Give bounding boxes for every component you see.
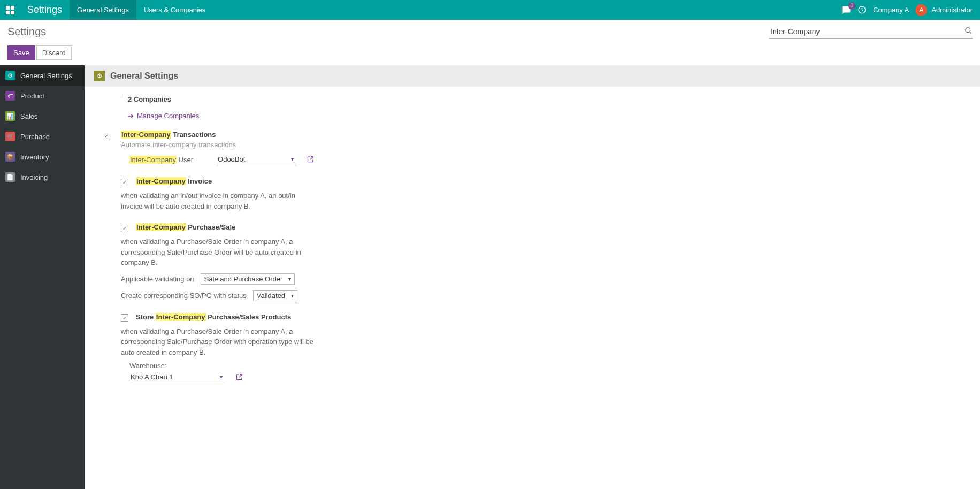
invoice-desc: when validating an in/out invoice in com… bbox=[121, 190, 313, 211]
store-products-title: Store Inter-Company Purchase/Sales Produ… bbox=[136, 313, 291, 321]
sidebar-item-inventory[interactable]: 📦 Inventory bbox=[0, 147, 85, 167]
chevron-down-icon: ▾ bbox=[291, 156, 294, 162]
header-area: Settings bbox=[0, 20, 980, 42]
inter-company-transactions: ✓ Inter-Company Transactions Automate in… bbox=[103, 131, 970, 383]
external-link-icon[interactable] bbox=[235, 373, 243, 383]
content: 2 Companies ➔ Manage Companies ✓ Inter-C… bbox=[85, 87, 980, 404]
messages-icon[interactable]: 1 bbox=[841, 5, 851, 15]
status-label: Create corresponding SO/PO with status bbox=[121, 292, 247, 300]
purchase-sale-desc: when validating a Purchase/Sale Order in… bbox=[121, 236, 313, 268]
sidebar-item-label: Purchase bbox=[20, 133, 50, 141]
sidebar-item-general-settings[interactable]: ⚙ General Settings bbox=[0, 65, 85, 86]
invoicing-icon: 📄 bbox=[5, 172, 15, 182]
app-name[interactable]: Settings bbox=[20, 4, 70, 16]
nav-tab-general-settings[interactable]: General Settings bbox=[70, 0, 136, 20]
sales-icon: 📊 bbox=[5, 111, 15, 121]
arrow-right-icon: ➔ bbox=[128, 112, 134, 120]
applicable-label: Applicable validating on bbox=[121, 275, 194, 283]
topbar-left: Settings General Settings Users & Compan… bbox=[0, 0, 213, 20]
inter-company-user-row: Inter-Company User OdooBot ▾ bbox=[121, 154, 324, 165]
sidebar-item-label: Invoicing bbox=[20, 173, 48, 181]
general-settings-icon: ⚙ bbox=[5, 71, 15, 80]
sidebar-item-label: Inventory bbox=[20, 153, 49, 161]
invoice-checkbox[interactable]: ✓ bbox=[121, 179, 128, 186]
body-wrap: ⚙ General Settings 🏷 Product 📊 Sales 🛒 P… bbox=[0, 65, 980, 489]
manage-companies-link[interactable]: ➔ Manage Companies bbox=[128, 112, 199, 120]
user-field-input[interactable]: OdooBot ▾ bbox=[217, 154, 297, 165]
save-button[interactable]: Save bbox=[7, 45, 35, 60]
companies-count: 2 Companies bbox=[128, 95, 199, 103]
status-select[interactable]: Validated ▾ bbox=[253, 290, 297, 301]
search-icon[interactable] bbox=[964, 27, 973, 36]
section-title: General Settings bbox=[110, 71, 178, 81]
transactions-checkbox[interactable]: ✓ bbox=[103, 133, 110, 140]
search-input[interactable] bbox=[769, 25, 964, 38]
applicable-select[interactable]: Sale and Purchase Order ▾ bbox=[201, 273, 295, 285]
warehouse-label: Warehouse: bbox=[129, 362, 324, 370]
company-switcher[interactable]: Company A bbox=[873, 6, 909, 14]
user-menu[interactable]: A Administrator bbox=[915, 4, 973, 16]
external-link-icon[interactable] bbox=[307, 155, 315, 165]
chevron-down-icon: ▾ bbox=[220, 374, 223, 380]
transactions-desc: Automate inter-company transactions bbox=[121, 141, 324, 149]
page-title: Settings bbox=[7, 26, 46, 38]
product-icon: 🏷 bbox=[5, 91, 15, 101]
sidebar-item-product[interactable]: 🏷 Product bbox=[0, 86, 85, 106]
inter-company-purchase-sale: ✓ Inter-Company Purchase/Sale when valid… bbox=[121, 223, 324, 301]
avatar: A bbox=[915, 4, 927, 16]
sidebar-item-label: Product bbox=[20, 92, 44, 100]
nav-tab-users-companies[interactable]: Users & Companies bbox=[136, 0, 213, 20]
transactions-title: Inter-Company Transactions bbox=[121, 131, 324, 139]
user-name: Administrator bbox=[931, 6, 973, 14]
chevron-down-icon: ▾ bbox=[291, 293, 294, 299]
sidebar-item-invoicing[interactable]: 📄 Invoicing bbox=[0, 167, 85, 187]
section-gear-icon: ⚙ bbox=[94, 71, 105, 81]
store-products-checkbox[interactable]: ✓ bbox=[121, 314, 128, 322]
messages-badge: 1 bbox=[848, 2, 856, 10]
topbar: Settings General Settings Users & Compan… bbox=[0, 0, 980, 20]
purchase-sale-checkbox[interactable]: ✓ bbox=[121, 225, 128, 232]
discard-button[interactable]: Discard bbox=[36, 45, 72, 60]
invoice-title: Inter-Company Invoice bbox=[136, 177, 212, 185]
action-bar: Save Discard bbox=[0, 42, 980, 65]
settings-sidebar: ⚙ General Settings 🏷 Product 📊 Sales 🛒 P… bbox=[0, 65, 85, 489]
chevron-down-icon: ▾ bbox=[288, 276, 291, 282]
warehouse-input[interactable]: Kho A Chau 1 ▾ bbox=[129, 372, 226, 383]
sidebar-item-label: Sales bbox=[20, 112, 38, 120]
sidebar-item-sales[interactable]: 📊 Sales bbox=[0, 106, 85, 126]
inventory-icon: 📦 bbox=[5, 152, 15, 162]
inter-company-invoice: ✓ Inter-Company Invoice when validating … bbox=[121, 177, 324, 211]
activities-icon[interactable] bbox=[858, 5, 867, 14]
sidebar-item-label: General Settings bbox=[20, 72, 72, 80]
store-products: ✓ Store Inter-Company Purchase/Sales Pro… bbox=[121, 313, 324, 384]
purchase-sale-title: Inter-Company Purchase/Sale bbox=[136, 223, 235, 231]
topbar-right: 1 Company A A Administrator bbox=[841, 4, 980, 16]
companies-block: 2 Companies ➔ Manage Companies bbox=[103, 95, 970, 120]
sidebar-item-purchase[interactable]: 🛒 Purchase bbox=[0, 126, 85, 147]
user-field-label: Inter-Company User bbox=[121, 156, 193, 164]
apps-grid-icon bbox=[6, 6, 14, 14]
svg-point-1 bbox=[966, 28, 970, 33]
apps-menu[interactable] bbox=[0, 0, 20, 20]
purchase-icon: 🛒 bbox=[5, 132, 15, 141]
main-content: ⚙ General Settings 2 Companies ➔ Manage … bbox=[85, 65, 980, 489]
search-box bbox=[769, 25, 973, 39]
section-header: ⚙ General Settings bbox=[85, 65, 980, 87]
store-products-desc: when validating a Purchase/Sale Order in… bbox=[121, 326, 324, 358]
